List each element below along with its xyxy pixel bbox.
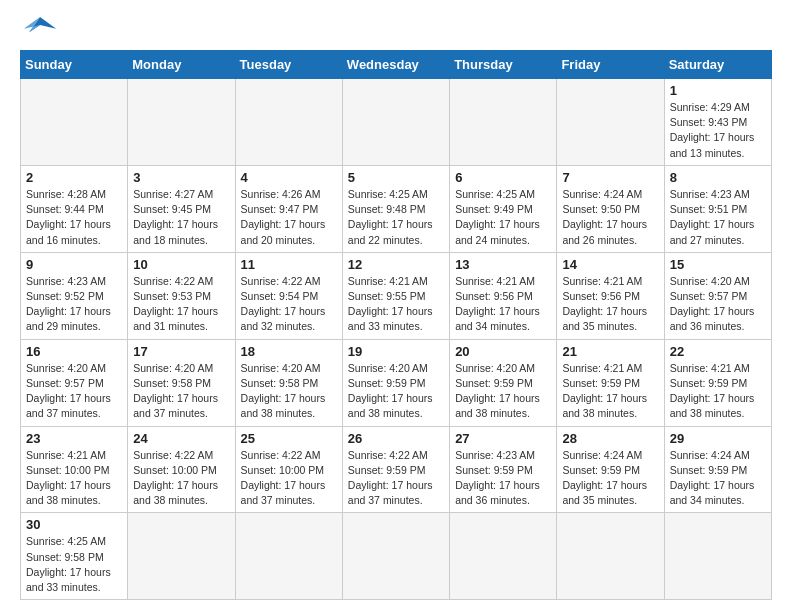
day-number: 7	[562, 170, 658, 185]
day-number: 17	[133, 344, 229, 359]
day-cell: 30Sunrise: 4:25 AM Sunset: 9:58 PM Dayli…	[21, 513, 128, 600]
day-cell: 7Sunrise: 4:24 AM Sunset: 9:50 PM Daylig…	[557, 165, 664, 252]
day-number: 22	[670, 344, 766, 359]
day-cell: 17Sunrise: 4:20 AM Sunset: 9:58 PM Dayli…	[128, 339, 235, 426]
day-number: 25	[241, 431, 337, 446]
day-info: Sunrise: 4:23 AM Sunset: 9:51 PM Dayligh…	[670, 187, 766, 248]
day-cell: 20Sunrise: 4:20 AM Sunset: 9:59 PM Dayli…	[450, 339, 557, 426]
day-info: Sunrise: 4:20 AM Sunset: 9:57 PM Dayligh…	[670, 274, 766, 335]
day-cell: 2Sunrise: 4:28 AM Sunset: 9:44 PM Daylig…	[21, 165, 128, 252]
day-cell: 26Sunrise: 4:22 AM Sunset: 9:59 PM Dayli…	[342, 426, 449, 513]
day-number: 20	[455, 344, 551, 359]
day-number: 21	[562, 344, 658, 359]
day-info: Sunrise: 4:22 AM Sunset: 9:53 PM Dayligh…	[133, 274, 229, 335]
day-number: 27	[455, 431, 551, 446]
day-cell: 15Sunrise: 4:20 AM Sunset: 9:57 PM Dayli…	[664, 252, 771, 339]
week-row-1: 1Sunrise: 4:29 AM Sunset: 9:43 PM Daylig…	[21, 79, 772, 166]
day-cell: 22Sunrise: 4:21 AM Sunset: 9:59 PM Dayli…	[664, 339, 771, 426]
day-number: 26	[348, 431, 444, 446]
day-info: Sunrise: 4:29 AM Sunset: 9:43 PM Dayligh…	[670, 100, 766, 161]
day-number: 16	[26, 344, 122, 359]
day-number: 12	[348, 257, 444, 272]
logo-area	[20, 20, 58, 40]
day-number: 8	[670, 170, 766, 185]
day-number: 19	[348, 344, 444, 359]
week-row-6: 30Sunrise: 4:25 AM Sunset: 9:58 PM Dayli…	[21, 513, 772, 600]
week-row-5: 23Sunrise: 4:21 AM Sunset: 10:00 PM Dayl…	[21, 426, 772, 513]
day-cell	[235, 79, 342, 166]
week-row-2: 2Sunrise: 4:28 AM Sunset: 9:44 PM Daylig…	[21, 165, 772, 252]
day-cell: 8Sunrise: 4:23 AM Sunset: 9:51 PM Daylig…	[664, 165, 771, 252]
day-info: Sunrise: 4:28 AM Sunset: 9:44 PM Dayligh…	[26, 187, 122, 248]
day-info: Sunrise: 4:23 AM Sunset: 9:59 PM Dayligh…	[455, 448, 551, 509]
day-info: Sunrise: 4:20 AM Sunset: 9:58 PM Dayligh…	[241, 361, 337, 422]
day-info: Sunrise: 4:22 AM Sunset: 10:00 PM Daylig…	[241, 448, 337, 509]
day-number: 5	[348, 170, 444, 185]
day-info: Sunrise: 4:21 AM Sunset: 9:59 PM Dayligh…	[562, 361, 658, 422]
day-number: 18	[241, 344, 337, 359]
day-info: Sunrise: 4:21 AM Sunset: 10:00 PM Daylig…	[26, 448, 122, 509]
day-number: 28	[562, 431, 658, 446]
weekday-header-sunday: Sunday	[21, 51, 128, 79]
day-number: 29	[670, 431, 766, 446]
day-cell	[450, 513, 557, 600]
day-cell: 28Sunrise: 4:24 AM Sunset: 9:59 PM Dayli…	[557, 426, 664, 513]
day-cell	[342, 513, 449, 600]
day-number: 30	[26, 517, 122, 532]
day-cell: 1Sunrise: 4:29 AM Sunset: 9:43 PM Daylig…	[664, 79, 771, 166]
day-number: 1	[670, 83, 766, 98]
day-cell: 19Sunrise: 4:20 AM Sunset: 9:59 PM Dayli…	[342, 339, 449, 426]
day-number: 4	[241, 170, 337, 185]
day-info: Sunrise: 4:22 AM Sunset: 9:54 PM Dayligh…	[241, 274, 337, 335]
day-info: Sunrise: 4:25 AM Sunset: 9:58 PM Dayligh…	[26, 534, 122, 595]
day-number: 6	[455, 170, 551, 185]
day-cell	[557, 513, 664, 600]
day-cell: 5Sunrise: 4:25 AM Sunset: 9:48 PM Daylig…	[342, 165, 449, 252]
week-row-4: 16Sunrise: 4:20 AM Sunset: 9:57 PM Dayli…	[21, 339, 772, 426]
day-info: Sunrise: 4:20 AM Sunset: 9:57 PM Dayligh…	[26, 361, 122, 422]
day-info: Sunrise: 4:22 AM Sunset: 9:59 PM Dayligh…	[348, 448, 444, 509]
day-info: Sunrise: 4:20 AM Sunset: 9:59 PM Dayligh…	[348, 361, 444, 422]
day-cell	[235, 513, 342, 600]
day-info: Sunrise: 4:20 AM Sunset: 9:58 PM Dayligh…	[133, 361, 229, 422]
day-cell	[128, 79, 235, 166]
day-cell: 12Sunrise: 4:21 AM Sunset: 9:55 PM Dayli…	[342, 252, 449, 339]
day-info: Sunrise: 4:21 AM Sunset: 9:56 PM Dayligh…	[562, 274, 658, 335]
day-number: 9	[26, 257, 122, 272]
day-cell: 4Sunrise: 4:26 AM Sunset: 9:47 PM Daylig…	[235, 165, 342, 252]
weekday-header-saturday: Saturday	[664, 51, 771, 79]
day-cell: 9Sunrise: 4:23 AM Sunset: 9:52 PM Daylig…	[21, 252, 128, 339]
day-info: Sunrise: 4:22 AM Sunset: 10:00 PM Daylig…	[133, 448, 229, 509]
day-info: Sunrise: 4:25 AM Sunset: 9:49 PM Dayligh…	[455, 187, 551, 248]
day-cell: 27Sunrise: 4:23 AM Sunset: 9:59 PM Dayli…	[450, 426, 557, 513]
day-number: 13	[455, 257, 551, 272]
week-row-3: 9Sunrise: 4:23 AM Sunset: 9:52 PM Daylig…	[21, 252, 772, 339]
day-number: 2	[26, 170, 122, 185]
weekday-header-monday: Monday	[128, 51, 235, 79]
day-cell: 18Sunrise: 4:20 AM Sunset: 9:58 PM Dayli…	[235, 339, 342, 426]
day-cell: 3Sunrise: 4:27 AM Sunset: 9:45 PM Daylig…	[128, 165, 235, 252]
logo-bird-icon	[22, 12, 58, 40]
day-number: 3	[133, 170, 229, 185]
weekday-header-tuesday: Tuesday	[235, 51, 342, 79]
day-cell: 21Sunrise: 4:21 AM Sunset: 9:59 PM Dayli…	[557, 339, 664, 426]
day-cell	[21, 79, 128, 166]
day-info: Sunrise: 4:21 AM Sunset: 9:59 PM Dayligh…	[670, 361, 766, 422]
day-cell: 23Sunrise: 4:21 AM Sunset: 10:00 PM Dayl…	[21, 426, 128, 513]
day-cell: 11Sunrise: 4:22 AM Sunset: 9:54 PM Dayli…	[235, 252, 342, 339]
day-cell: 6Sunrise: 4:25 AM Sunset: 9:49 PM Daylig…	[450, 165, 557, 252]
day-cell: 14Sunrise: 4:21 AM Sunset: 9:56 PM Dayli…	[557, 252, 664, 339]
weekday-header-row: SundayMondayTuesdayWednesdayThursdayFrid…	[21, 51, 772, 79]
day-number: 23	[26, 431, 122, 446]
day-cell: 10Sunrise: 4:22 AM Sunset: 9:53 PM Dayli…	[128, 252, 235, 339]
day-info: Sunrise: 4:24 AM Sunset: 9:59 PM Dayligh…	[670, 448, 766, 509]
day-number: 24	[133, 431, 229, 446]
day-number: 11	[241, 257, 337, 272]
day-info: Sunrise: 4:23 AM Sunset: 9:52 PM Dayligh…	[26, 274, 122, 335]
day-info: Sunrise: 4:24 AM Sunset: 9:59 PM Dayligh…	[562, 448, 658, 509]
day-info: Sunrise: 4:25 AM Sunset: 9:48 PM Dayligh…	[348, 187, 444, 248]
day-number: 15	[670, 257, 766, 272]
calendar-table: SundayMondayTuesdayWednesdayThursdayFrid…	[20, 50, 772, 600]
day-cell	[450, 79, 557, 166]
day-cell	[128, 513, 235, 600]
